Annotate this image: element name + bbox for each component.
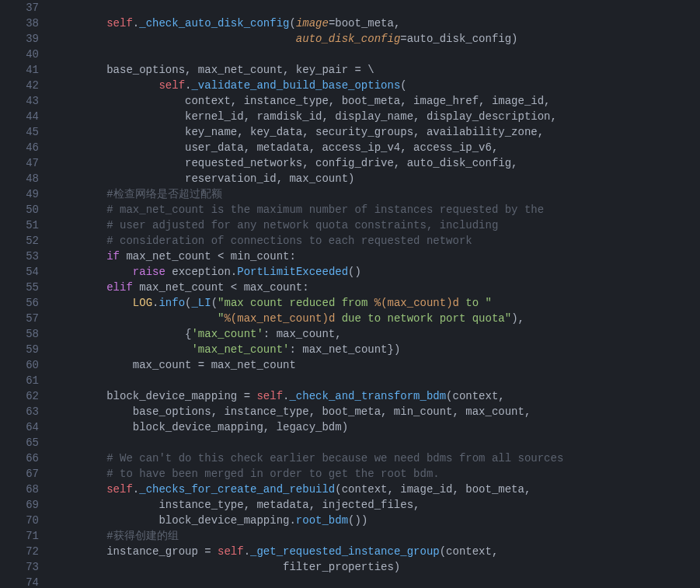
- code-token: (: [400, 79, 406, 92]
- code-token: _get_requested_instance_group: [250, 545, 440, 558]
- line-number: 60: [0, 357, 39, 373]
- code-line: [54, 373, 700, 388]
- code-token: block_device_mapping =: [54, 390, 256, 402]
- line-number: 52: [0, 233, 39, 249]
- code-line: self._check_auto_disk_config(image=boot_…: [54, 16, 700, 31]
- line-number: 64: [0, 419, 39, 435]
- code-token: instance_group =: [54, 545, 218, 558]
- code-token: instance_type, metadata, injected_files,: [54, 499, 420, 511]
- line-number: 38: [0, 16, 39, 31]
- line-number: 62: [0, 388, 39, 404]
- code-token: max_net_count < min_count:: [120, 250, 296, 263]
- code-token: _LI: [191, 297, 211, 309]
- code-line: max_count = max_net_count: [54, 357, 700, 373]
- code-token: max_net_count < max_count:: [133, 281, 309, 294]
- line-number: 45: [0, 124, 39, 140]
- code-token: #检查网络是否超过配额: [106, 188, 221, 200]
- line-number: 59: [0, 342, 39, 357]
- line-number: 68: [0, 482, 39, 497]
- code-token: due to network port quota": [335, 312, 511, 325]
- code-line: auto_disk_config=auto_disk_config): [54, 31, 700, 47]
- code-token: raise: [133, 266, 165, 278]
- line-number: 56: [0, 295, 39, 311]
- code-editor-content[interactable]: self._check_auto_disk_config(image=boot_…: [54, 0, 700, 588]
- code-token: requested_networks, config_drive, auto_d…: [54, 157, 518, 169]
- line-number: 65: [0, 435, 39, 451]
- line-number: 37: [0, 0, 39, 16]
- code-line: #获得创建的组: [54, 528, 700, 544]
- code-token: [54, 33, 296, 45]
- line-number: 51: [0, 217, 39, 233]
- code-token: .: [133, 483, 139, 496]
- code-token: # consideration of connections to each r…: [106, 235, 472, 247]
- code-token: self: [158, 79, 185, 92]
- code-line: # We can't do this check earlier because…: [54, 451, 700, 466]
- code-token: kernel_id, ramdisk_id, display_name, dis…: [54, 110, 557, 123]
- line-number: 70: [0, 513, 39, 528]
- code-token: auto_disk_config: [296, 33, 400, 45]
- code-line: {'max_count': max_count,: [54, 326, 700, 342]
- code-token: image: [296, 17, 329, 30]
- code-line: [54, 435, 700, 451]
- code-token: base_options, max_net_count, key_pair = …: [54, 64, 374, 76]
- code-token: # user adjusted for any network quota co…: [106, 219, 498, 231]
- code-token: %(max_net_count)d: [224, 312, 335, 325]
- code-line: requested_networks, config_drive, auto_d…: [54, 155, 700, 171]
- code-token: info: [158, 297, 185, 309]
- line-number: 49: [0, 186, 39, 202]
- code-token: %(max_count)d: [374, 297, 459, 309]
- code-line: "%(max_net_count)d due to network port q…: [54, 311, 700, 326]
- line-number: 47: [0, 155, 39, 171]
- code-token: exception.: [165, 266, 237, 278]
- code-token: [54, 79, 158, 92]
- code-line: base_options, instance_type, boot_meta, …: [54, 404, 700, 419]
- line-number-gutter: 3738394041424344454647484950515253545556…: [0, 0, 54, 588]
- code-token: context, instance_type, boot_meta, image…: [54, 95, 551, 107]
- code-token: [54, 343, 191, 356]
- line-number: 73: [0, 559, 39, 575]
- line-number: 43: [0, 93, 39, 109]
- code-token: _check_and_transform_bdm: [289, 390, 446, 402]
- code-line: block_device_mapping.root_bdm()): [54, 513, 700, 528]
- code-token: (context,: [440, 545, 499, 558]
- code-token: {: [54, 328, 191, 340]
- code-token: =auto_disk_config): [400, 33, 517, 45]
- code-token: base_options, instance_type, boot_meta, …: [54, 405, 531, 418]
- line-number: 63: [0, 404, 39, 419]
- code-token: ()): [348, 514, 367, 527]
- code-line: self._validate_and_build_base_options(: [54, 78, 700, 93]
- code-token: _check_auto_disk_config: [139, 17, 289, 30]
- code-token: self: [106, 483, 133, 496]
- code-line: block_device_mapping = self._check_and_t…: [54, 388, 700, 404]
- code-line: user_data, metadata, access_ip_v4, acces…: [54, 140, 700, 155]
- code-token: root_bdm: [296, 514, 348, 527]
- line-number: 66: [0, 451, 39, 466]
- line-number: 57: [0, 311, 39, 326]
- code-token: [54, 281, 106, 294]
- code-token: _validate_and_build_base_options: [191, 79, 400, 92]
- line-number: 72: [0, 544, 39, 559]
- code-token: (): [348, 266, 361, 278]
- code-token: [54, 483, 106, 496]
- code-token: (context,: [446, 390, 505, 402]
- code-line: 'max_net_count': max_net_count}): [54, 342, 700, 357]
- code-token: =boot_meta,: [329, 17, 400, 30]
- code-token: (: [289, 17, 295, 30]
- code-line: filter_properties): [54, 559, 700, 575]
- code-token: # We can't do this check earlier because…: [106, 452, 563, 464]
- line-number: 69: [0, 497, 39, 513]
- code-token: 'max_count': [191, 328, 263, 340]
- code-token: [54, 188, 106, 200]
- code-line: [54, 575, 700, 588]
- code-token: [54, 266, 133, 278]
- code-line: key_name, key_data, security_groups, ava…: [54, 124, 700, 140]
- line-number: 55: [0, 280, 39, 295]
- line-number: 44: [0, 109, 39, 124]
- code-line: context, instance_type, boot_meta, image…: [54, 93, 700, 109]
- code-token: elif: [106, 281, 133, 294]
- code-line: instance_type, metadata, injected_files,: [54, 497, 700, 513]
- code-token: [54, 204, 106, 216]
- code-line: reservation_id, max_count): [54, 171, 700, 186]
- code-token: .: [244, 545, 250, 558]
- line-number: 53: [0, 249, 39, 264]
